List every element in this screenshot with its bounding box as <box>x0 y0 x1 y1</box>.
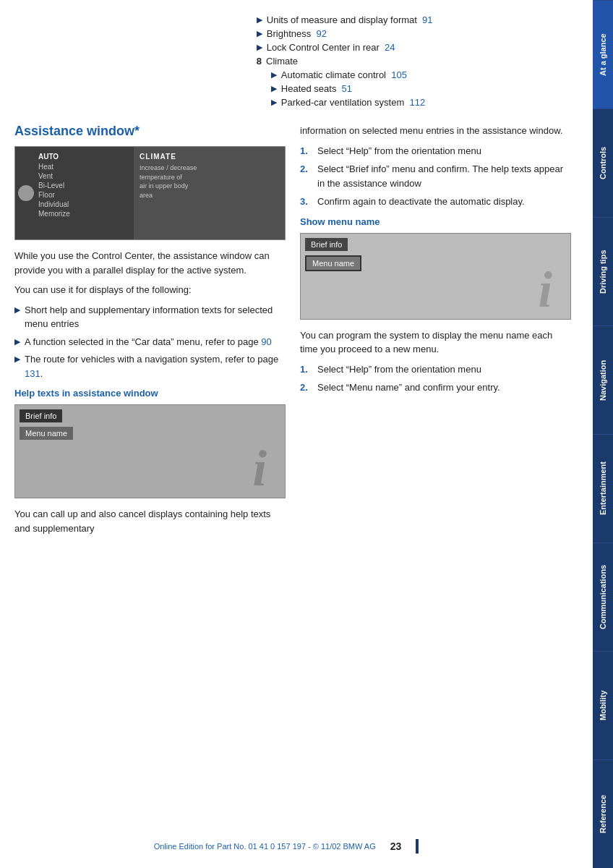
list-item-parked-car: ▶ Parked-car ventilation system 112 <box>271 97 571 108</box>
climate-title: CLIMATE <box>140 153 279 161</box>
avatar <box>18 185 34 201</box>
two-col-layout: Assistance window* AUTO Heat Vent Bi-Lev… <box>14 124 571 541</box>
help-texts-heading: Help texts in assistance window <box>14 388 286 399</box>
page-ref-105[interactable]: 105 <box>391 69 407 80</box>
heat-label: Heat <box>38 163 128 171</box>
bullet-item-3: ▶ The route for vehicles with a navigati… <box>14 352 286 380</box>
sidebar-tab-controls[interactable]: Controls <box>593 109 613 217</box>
footer-bar <box>416 839 419 854</box>
page-ref-91[interactable]: 91 <box>422 14 432 25</box>
sidebar: At a glance Controls Driving tips Naviga… <box>593 0 613 868</box>
menu-name-area-right: Menu name <box>301 255 570 271</box>
list-item-brightness: ▶ Brightness 92 <box>257 28 571 39</box>
page-ref-131[interactable]: 131 <box>25 368 40 379</box>
auto-label: AUTO <box>38 153 128 161</box>
individual-label: Individual <box>38 200 128 208</box>
climate-right-panel: CLIMATE Increase / decreasetemperature o… <box>134 147 285 239</box>
top-section: ▶ Units of measure and display format 91… <box>14 14 571 111</box>
list-item-lock-control: ▶ Lock Control Center in rear 24 <box>257 42 571 53</box>
climate-sub-list: ▶ Automatic climate control 105 ▶ Heated… <box>271 69 571 108</box>
arrow-icon: ▶ <box>257 43 262 52</box>
arrow-icon: ▶ <box>14 353 20 365</box>
arrow-icon: ▶ <box>271 98 277 107</box>
num-2: 2. <box>300 162 312 176</box>
sidebar-tab-driving-tips[interactable]: Driving tips <box>593 217 613 326</box>
list-item-heated-seats: ▶ Heated seats 51 <box>271 83 571 94</box>
menu-name-bar-right: Menu name <box>305 255 361 271</box>
page-ref-112[interactable]: 112 <box>410 97 426 108</box>
num-3: 3. <box>300 195 312 209</box>
sidebar-tab-communications[interactable]: Communications <box>593 542 613 651</box>
page-ref-92[interactable]: 92 <box>316 28 326 39</box>
page-ref-51[interactable]: 51 <box>342 83 352 94</box>
vent-label: Vent <box>38 172 128 180</box>
climate-screenshot: AUTO Heat Vent Bi-Level Floor Individual… <box>14 146 286 240</box>
menu-name-bar-left: Menu name <box>20 427 73 440</box>
sidebar-tab-entertainment[interactable]: Entertainment <box>593 434 613 542</box>
menu-name-area-left: Menu name <box>15 427 285 440</box>
assistance-window-heading: Assistance window* <box>14 124 286 139</box>
info-i-right: i <box>539 265 552 315</box>
page-ref-90[interactable]: 90 <box>261 336 271 347</box>
page-ref-24[interactable]: 24 <box>385 42 395 53</box>
top-list-left <box>14 14 257 111</box>
left-column: Assistance window* AUTO Heat Vent Bi-Lev… <box>14 124 286 541</box>
list-item-8-climate: 8 Climate <box>257 56 571 67</box>
show-menu-name-heading: Show menu name <box>300 216 571 227</box>
brief-info-bar-right: Brief info <box>305 238 348 251</box>
numbered-item-1: 1. Select “Help” from the orientation me… <box>300 144 571 158</box>
brief-info-top-left: Brief info <box>15 405 285 427</box>
info-i-left: i <box>253 443 267 494</box>
arrow-icon: ▶ <box>257 29 262 38</box>
assistance-para1: While you use the Control Center, the as… <box>14 249 286 277</box>
sidebar-tab-reference[interactable]: Reference <box>593 760 613 868</box>
list-item-auto-climate: ▶ Automatic climate control 105 <box>271 69 571 80</box>
climate-desc: Increase / decreasetemperature ofair in … <box>140 163 279 200</box>
brief-info-top-right: Brief info <box>301 234 570 255</box>
list-item-units: ▶ Units of measure and display format 91 <box>257 14 571 25</box>
memorize-label: Memorize <box>38 210 128 218</box>
num-1: 1. <box>300 144 312 158</box>
show-menu-para: You can program the system to display th… <box>300 328 571 357</box>
arrow-icon: ▶ <box>271 84 277 93</box>
right-intro-text: information on selected menu entries in … <box>300 124 571 138</box>
sidebar-tab-at-a-glance[interactable]: At a glance <box>593 0 613 109</box>
brief-info-screenshot-right: Brief info Menu name i <box>300 233 571 320</box>
show-numbered-item-2: 2. Select “Menu name” and confirm your e… <box>300 380 571 395</box>
bullet-list: ▶ Short help and supplementary informati… <box>14 303 286 381</box>
brief-info-para: You can call up and also cancel displays… <box>14 507 286 535</box>
arrow-icon: ▶ <box>14 336 20 348</box>
numbered-list-menu: 1. Select “Help” from the orientation me… <box>300 362 571 395</box>
copyright-text: Online Edition for Part No. 01 41 0 157 … <box>154 842 376 851</box>
brief-info-bar-left: Brief info <box>20 409 62 422</box>
sidebar-tab-navigation[interactable]: Navigation <box>593 326 613 434</box>
numbered-list-help: 1. Select “Help” from the orientation me… <box>300 144 571 209</box>
show-num-2: 2. <box>300 380 312 395</box>
numbered-item-2: 2. Select “Brief info” menu and confirm.… <box>300 162 571 190</box>
arrow-icon: ▶ <box>14 304 20 316</box>
right-column: information on selected menu entries in … <box>300 124 571 541</box>
top-list: ▶ Units of measure and display format 91… <box>257 14 571 111</box>
bullet-item-2: ▶ A function selected in the “Car data” … <box>14 335 286 349</box>
footer: Online Edition for Part No. 01 41 0 157 … <box>0 839 573 854</box>
show-num-1: 1. <box>300 362 312 377</box>
arrow-icon: ▶ <box>257 15 262 25</box>
page-number: 23 <box>390 841 402 852</box>
assistance-para2: You can use it for displays of the follo… <box>14 283 286 297</box>
sidebar-tab-mobility[interactable]: Mobility <box>593 651 613 760</box>
main-content: ▶ Units of measure and display format 91… <box>0 0 593 868</box>
brief-info-screenshot-left: Brief info Menu name i <box>14 404 286 498</box>
numbered-item-3: 3. Confirm again to deactivate the autom… <box>300 195 571 209</box>
bilevel-label: Bi-Level <box>38 182 128 190</box>
floor-label: Floor <box>38 191 128 199</box>
show-numbered-item-1: 1. Select “Help” from the orientation me… <box>300 362 571 377</box>
arrow-icon: ▶ <box>271 70 277 80</box>
bullet-item-1: ▶ Short help and supplementary informati… <box>14 303 286 331</box>
